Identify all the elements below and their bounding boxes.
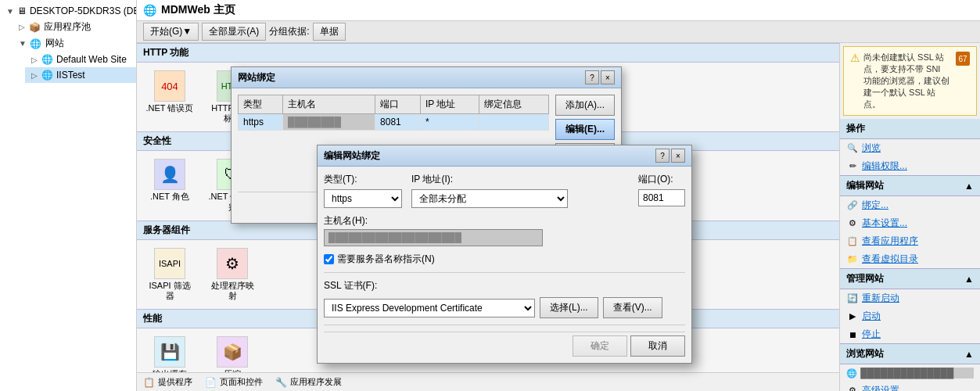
bottom-bar: 📋 提供程序 📄 页面和控件 🔧 应用程序发展	[137, 372, 839, 391]
feature-net-error[interactable]: 404 .NET 错误页	[142, 67, 198, 127]
apppool-label: 应用程序池	[44, 20, 91, 34]
dialog-edit-help[interactable]: ?	[655, 149, 669, 163]
form-col-port: 端口(O):	[638, 173, 685, 208]
right-item-basic-settings[interactable]: ⚙ 基本设置...	[840, 214, 980, 232]
toolbar-group-btn[interactable]: 单据	[313, 23, 346, 41]
bottom-page-widget-btn[interactable]: 📄 页面和控件	[205, 376, 263, 388]
feature-net-role[interactable]: 👤 .NET 角色	[142, 156, 198, 215]
apppool-icon: 📦	[28, 21, 41, 34]
dialog-bindings-help[interactable]: ?	[585, 70, 599, 84]
computer-label: DESKTOP-5DKDR3S (DES...	[30, 5, 137, 16]
edit-binding-btn[interactable]: 编辑(E)...	[555, 119, 615, 140]
cache-icon: 💾	[154, 336, 185, 368]
browse-site-title[interactable]: 浏览网站 ▲	[840, 343, 980, 364]
ip-select[interactable]: 全部未分配	[411, 189, 568, 208]
right-item-view-vdirs[interactable]: 📁 查看虚拟目录	[840, 250, 980, 268]
dialog-edit-binding-controls: ? ×	[655, 149, 685, 163]
tree-group-sites: ▷ 🌐 Default Web Site ▷ 🌐 IISTest	[13, 52, 136, 83]
bindings-table: 类型 主机名 端口 IP 地址 绑定信息	[238, 95, 549, 131]
cell-port: 8081	[375, 114, 421, 131]
table-row[interactable]: https ████████ 8081 *	[239, 114, 549, 131]
right-item-stop[interactable]: ⏹ 停止	[840, 325, 980, 343]
collapse-icon: ▲	[964, 181, 974, 192]
cancel-btn[interactable]: 取消	[630, 335, 685, 357]
stop-icon: ⏹	[846, 328, 859, 341]
dialog-edit-binding-titlebar: 编辑网站绑定 ? ×	[318, 145, 691, 167]
page-widget-label: 页面和控件	[220, 376, 263, 388]
right-item-advanced[interactable]: ⚙ 高级设置...	[840, 382, 980, 391]
isapi-icon: ISAPI	[154, 248, 185, 279]
dialog-bindings-controls: ? ×	[585, 70, 615, 84]
ssl-select-row: IIS Express Development Certificate 选择(L…	[324, 297, 685, 318]
bottom-provider-btn[interactable]: 📋 提供程序	[143, 376, 192, 388]
page-widget-icon: 📄	[205, 377, 217, 388]
provider-label: 提供程序	[158, 376, 192, 388]
toolbar-start-btn[interactable]: 开始(G)▼	[143, 23, 199, 41]
iis-center: HTTP 功能 404 .NET 错误页 HTTP HTTP 响应标头 安全性	[137, 43, 839, 391]
sidebar-item-sites[interactable]: ▼ 🌐 网站	[13, 35, 136, 52]
dialog-edit-close[interactable]: ×	[671, 149, 685, 163]
ssl-select-btn[interactable]: 选择(L)...	[540, 297, 598, 318]
section-divider	[324, 272, 685, 273]
add-binding-btn[interactable]: 添加(A)...	[555, 95, 615, 116]
start-icon: ▶	[846, 310, 859, 323]
ssl-cert-select[interactable]: IIS Express Development Certificate	[324, 299, 535, 317]
right-item-browse[interactable]: 🔍 浏览	[840, 139, 980, 157]
edit-website-label: 编辑网站	[846, 179, 884, 192]
toolbar-showall-btn[interactable]: 全部显示(A)	[202, 23, 266, 41]
browse2-icon: 🌐	[846, 367, 857, 379]
form-row-type-ip-port: 类型(T): https IP 地址(I): 全部未分配	[324, 173, 685, 208]
warning-icon: ⚠	[850, 52, 860, 110]
hostname-input[interactable]	[324, 229, 543, 246]
sidebar-item-computer[interactable]: ▼ 🖥 DESKTOP-5DKDR3S (DES...	[0, 3, 136, 19]
advanced-icon: ⚙	[846, 385, 859, 392]
warning-box: ⚠ 尚未创建默认 SSL 站点，要支持不带 SNI 功能的浏览器，建议创建一个默…	[843, 46, 977, 116]
col-port: 端口	[375, 95, 421, 114]
ssl-view-btn[interactable]: 查看(V)...	[603, 297, 662, 318]
ip-label: IP 地址(I):	[411, 173, 629, 186]
computer-icon: 🖥	[17, 5, 27, 17]
feature-isapi[interactable]: ISAPI ISAPI 筛选器	[142, 245, 198, 304]
manage-site-title[interactable]: 管理网站 ▲	[840, 268, 980, 289]
manage-collapse-icon: ▲	[964, 274, 974, 285]
sidebar-item-iistest[interactable]: ▷ 🌐 IISTest	[25, 67, 136, 83]
right-item-restart[interactable]: 🔄 重新启动	[840, 289, 980, 307]
right-item-browse2[interactable]: 🌐 ██████████████	[840, 364, 980, 382]
operations-title: 操作	[840, 119, 980, 139]
handler-label: 处理程序映射	[207, 281, 257, 301]
sites-label: 网站	[45, 37, 64, 50]
app-dev-icon: 🔧	[275, 377, 287, 388]
right-item-bind[interactable]: 🔗 绑定...	[840, 196, 980, 214]
sidebar-item-apppool[interactable]: ▷ 📦 应用程序池	[13, 19, 136, 35]
bottom-app-dev-btn[interactable]: 🔧 应用程序发展	[275, 376, 342, 388]
bind-icon: 🔗	[846, 199, 859, 212]
feature-handler[interactable]: ⚙ 处理程序映射	[204, 245, 260, 304]
sites-icon: 🌐	[30, 38, 42, 50]
col-ip: IP 地址	[420, 95, 479, 114]
hostname-label: 主机名(H):	[324, 214, 685, 228]
type-select[interactable]: https	[324, 189, 402, 208]
sni-checkbox[interactable]	[324, 254, 334, 264]
page-title: MDMWeb 主页	[161, 3, 235, 17]
restart-label: 重新启动	[862, 292, 899, 305]
right-item-view-apps[interactable]: 📋 查看应用程序	[840, 232, 980, 250]
ok-btn[interactable]: 确定	[573, 335, 627, 357]
net-role-label: .NET 角色	[145, 192, 195, 202]
net-error-label: .NET 错误页	[145, 103, 195, 113]
stop-label: 停止	[862, 328, 881, 341]
dws-label: Default Web Site	[56, 54, 127, 65]
tree-group-root: ▷ 📦 应用程序池 ▼ 🌐 网站 ▷ 🌐 Default Web Site	[0, 19, 136, 83]
dialog-bindings-close[interactable]: ×	[601, 70, 615, 84]
col-info: 绑定信息	[479, 95, 549, 114]
basic-settings-label: 基本设置...	[862, 217, 907, 230]
manage-site-label: 管理网站	[846, 272, 884, 285]
edit-website-title[interactable]: 编辑网站 ▲	[840, 175, 980, 196]
port-input[interactable]	[638, 189, 685, 206]
sidebar-tree: ▼ 🖥 DESKTOP-5DKDR3S (DES... ▷ 📦 应用程序池 ▼ …	[0, 0, 136, 86]
view-vdirs-label: 查看虚拟目录	[862, 253, 918, 266]
view-apps-icon: 📋	[846, 235, 859, 248]
right-item-start[interactable]: ▶ 启动	[840, 307, 980, 325]
right-item-edit-perms[interactable]: ✏ 编辑权限...	[840, 157, 980, 175]
sidebar-item-default-web-site[interactable]: ▷ 🌐 Default Web Site	[25, 52, 136, 67]
main-layout: ▼ 🖥 DESKTOP-5DKDR3S (DES... ▷ 📦 应用程序池 ▼ …	[0, 0, 980, 391]
